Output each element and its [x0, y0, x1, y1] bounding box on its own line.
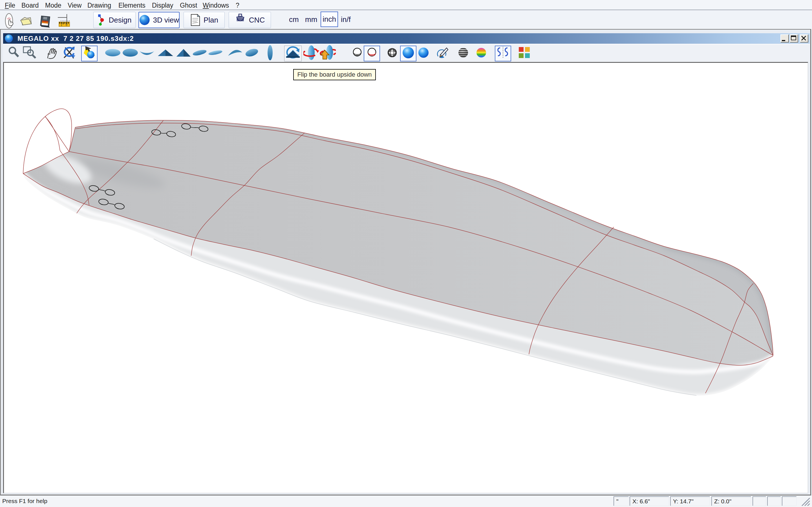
svg-text:0: 0: [66, 23, 67, 26]
svg-text:1: 1: [61, 23, 62, 26]
